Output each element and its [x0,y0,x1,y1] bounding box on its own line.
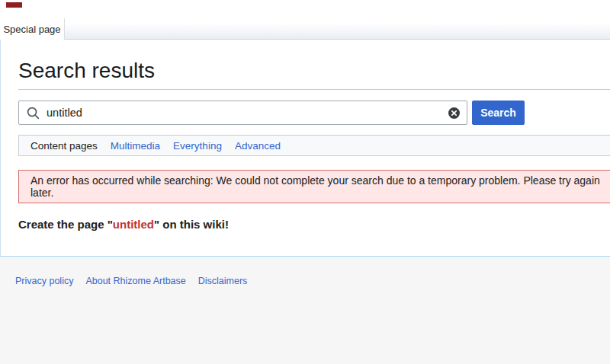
rhizome-logo-mark[interactable] [6,2,22,8]
search-input-wrapper [18,101,467,125]
filter-advanced[interactable]: Advanced [235,140,281,152]
search-profile-tabs: Content pages Multimedia Everything Adva… [18,135,610,156]
tab-special-page-label: Special page [3,24,60,35]
create-page-prefix: Create the page " [18,218,113,231]
search-button[interactable]: Search [472,101,525,125]
create-page-link[interactable]: untitled [113,218,154,231]
clear-icon[interactable] [448,107,460,119]
footer-link-privacy-policy[interactable]: Privacy policy [15,276,73,286]
tab-special-page[interactable]: Special page [0,18,65,40]
create-page-line: Create the page "untitled" on this wiki! [18,218,610,231]
footer-link-about-rhizome-artbase[interactable]: About Rhizome Artbase [85,276,185,286]
tab-strip-background [65,18,610,40]
error-message-box: An error has occurred while searching: W… [18,170,610,203]
page-tab-strip: Special page [0,18,610,40]
error-message-text: An error has occurred while searching: W… [30,174,610,199]
content-area: Search results Search Content pages Mult… [0,40,610,257]
filter-content-pages[interactable]: Content pages [30,140,98,152]
site-header [0,0,610,18]
search-icon [26,106,40,120]
page-title: Search results [18,40,610,90]
filter-multimedia[interactable]: Multimedia [111,140,160,152]
footer: Privacy policy About Rhizome Artbase Dis… [0,257,610,364]
filter-everything[interactable]: Everything [173,140,222,152]
footer-link-disclaimers[interactable]: Disclaimers [198,276,248,286]
search-row: Search [18,101,610,125]
create-page-suffix: " on this wiki! [154,218,229,231]
search-input[interactable] [40,107,467,119]
